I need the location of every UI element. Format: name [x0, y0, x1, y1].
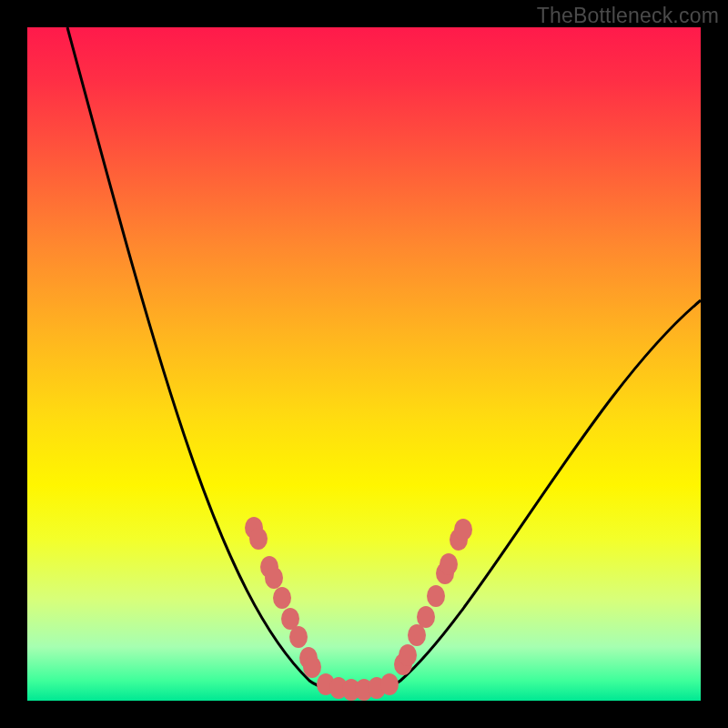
- chart-frame: TheBottleneck.com: [0, 0, 728, 728]
- data-marker: [427, 585, 445, 607]
- data-marker: [289, 626, 308, 648]
- data-marker: [408, 624, 426, 646]
- curve-layer: [27, 27, 701, 701]
- data-marker: [454, 519, 472, 541]
- data-marker: [273, 587, 291, 609]
- data-marker: [249, 528, 268, 550]
- data-marker: [399, 644, 417, 666]
- bottleneck-curve-path: [67, 27, 701, 692]
- data-marker: [265, 567, 283, 589]
- plot-area: [27, 27, 701, 701]
- data-marker: [417, 606, 435, 628]
- marker-group: [245, 517, 472, 701]
- data-marker: [440, 553, 458, 575]
- data-marker: [380, 673, 399, 695]
- data-marker: [303, 656, 321, 678]
- watermark-text: TheBottleneck.com: [537, 4, 719, 28]
- bottleneck-curve: [67, 27, 701, 692]
